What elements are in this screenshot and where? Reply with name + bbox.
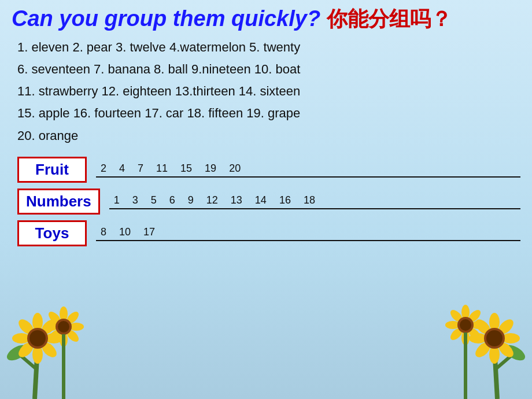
- svg-point-22: [58, 321, 69, 332]
- category-number: 8: [101, 226, 106, 238]
- category-number: 1: [114, 194, 120, 206]
- category-number: 13: [231, 194, 242, 206]
- category-number: 3: [132, 194, 138, 206]
- category-number: 16: [279, 194, 291, 206]
- category-number: 12: [206, 194, 218, 206]
- category-number: 20: [229, 162, 241, 175]
- category-numbers-numbers: 135691213141618: [109, 194, 520, 209]
- category-number: 15: [180, 162, 192, 175]
- category-number: 6: [169, 194, 175, 206]
- word-list-line: 20. orange: [17, 125, 520, 146]
- category-numbers-fruit: 24711151920: [96, 162, 520, 178]
- category-number: 19: [205, 162, 216, 175]
- category-number: 9: [188, 194, 194, 206]
- title-area: Can you group them quickly? 你能分组吗？: [12, 6, 520, 32]
- category-number: 7: [138, 162, 143, 175]
- category-number: 5: [151, 194, 157, 206]
- page-content: Can you group them quickly? 你能分组吗？ 1. el…: [0, 0, 532, 252]
- category-row-toys: Toys81017: [17, 220, 520, 246]
- category-number: 14: [255, 194, 267, 206]
- title-line: Can you group them quickly? 你能分组吗？: [12, 6, 520, 32]
- category-row-fruit: Fruit24711151920: [17, 157, 520, 183]
- sunflower-right-decoration: [439, 295, 532, 399]
- title-english: Can you group them quickly?: [12, 6, 320, 31]
- category-label-fruit: Fruit: [17, 157, 87, 183]
- category-row-numbers: Numbers135691213141618: [17, 189, 520, 215]
- category-number: 2: [101, 162, 106, 175]
- category-numbers-toys: 81017: [96, 226, 520, 241]
- word-list-line: 15. apple 16. fourteen 17. car 18. fifte…: [17, 103, 520, 124]
- category-label-toys: Toys: [17, 220, 87, 246]
- svg-point-36: [486, 330, 503, 346]
- category-number: 11: [156, 162, 168, 175]
- word-list-line: 1. eleven 2. pear 3. twelve 4.watermelon…: [17, 37, 520, 58]
- word-list: 1. eleven 2. pear 3. twelve 4.watermelon…: [12, 37, 520, 146]
- title-chinese: 你能分组吗？: [327, 7, 452, 31]
- category-number: 4: [119, 162, 125, 175]
- word-list-line: 11. strawberry 12. eighteen 13.thirteen …: [17, 81, 520, 102]
- svg-point-12: [29, 330, 46, 346]
- category-label-numbers: Numbers: [17, 189, 100, 215]
- word-list-line: 6. seventeen 7. banana 8. ball 9.ninetee…: [17, 59, 520, 80]
- category-number: 17: [143, 226, 155, 238]
- category-number: 18: [304, 194, 315, 206]
- categories-section: Fruit24711151920Numbers135691213141618To…: [12, 157, 520, 246]
- svg-point-46: [460, 319, 471, 331]
- sunflower-left-decoration: [0, 295, 93, 399]
- category-number: 10: [119, 226, 131, 238]
- main-container: Can you group them quickly? 你能分组吗？ 1. el…: [0, 0, 532, 399]
